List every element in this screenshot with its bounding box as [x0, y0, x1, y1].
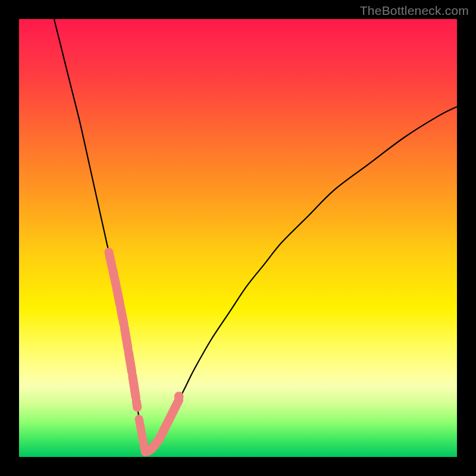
highlight-segment	[136, 402, 137, 408]
chart-frame: TheBottleneck.com	[0, 0, 476, 476]
highlight-segment	[117, 289, 120, 305]
highlight-segment	[129, 352, 132, 372]
highlight-segment	[133, 375, 136, 397]
highlight-segment	[176, 400, 178, 406]
plot-area	[19, 19, 457, 457]
highlight-segment	[109, 252, 112, 267]
highlight-segment	[121, 308, 124, 325]
curve-svg	[19, 19, 457, 457]
highlight-segment	[124, 328, 128, 349]
highlight-segment	[113, 270, 117, 286]
bottleneck-curve	[54, 19, 457, 453]
watermark-text: TheBottleneck.com	[360, 4, 469, 18]
highlight-valley	[139, 419, 145, 452]
